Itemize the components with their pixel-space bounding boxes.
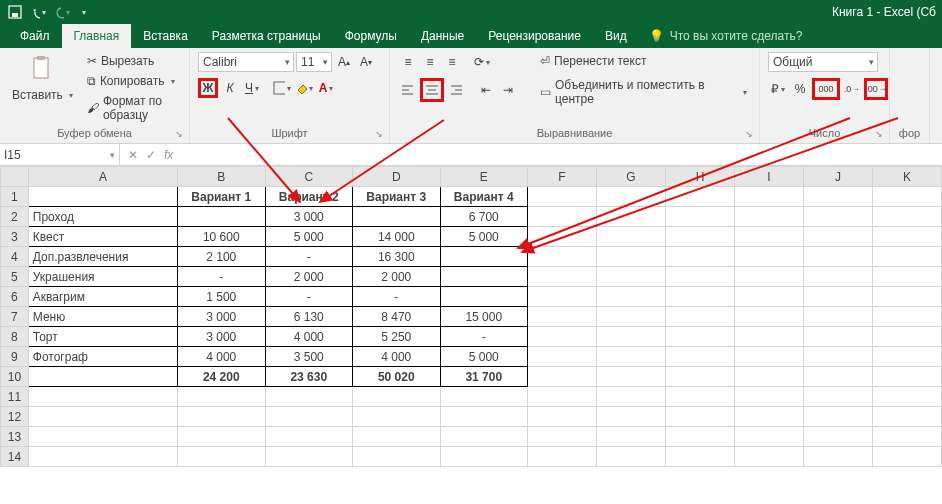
cell[interactable]: - — [178, 267, 266, 287]
cell[interactable]: 2 000 — [265, 267, 353, 287]
tab-file[interactable]: Файл — [8, 24, 62, 48]
paste-icon[interactable] — [26, 52, 58, 84]
cell[interactable] — [803, 307, 872, 327]
save-icon[interactable] — [8, 5, 22, 19]
row-header[interactable]: 13 — [1, 427, 29, 447]
cell[interactable]: Аквагрим — [28, 287, 177, 307]
cell[interactable] — [734, 247, 803, 267]
row-header[interactable]: 4 — [1, 247, 29, 267]
align-bottom-icon[interactable]: ≡ — [442, 52, 462, 72]
tab-data[interactable]: Данные — [409, 24, 476, 48]
cell[interactable] — [596, 407, 665, 427]
cell[interactable] — [803, 187, 872, 207]
decrease-font-icon[interactable]: A▾ — [356, 52, 376, 72]
cell[interactable] — [665, 287, 734, 307]
cell[interactable]: Вариант 3 — [353, 187, 441, 207]
cell[interactable] — [28, 187, 177, 207]
cell[interactable] — [596, 347, 665, 367]
cell[interactable] — [28, 447, 177, 467]
qat-customize-icon[interactable]: ▾ — [82, 8, 86, 17]
cell[interactable] — [872, 407, 941, 427]
cell[interactable] — [353, 207, 441, 227]
row-header[interactable]: 7 — [1, 307, 29, 327]
tab-page-layout[interactable]: Разметка страницы — [200, 24, 333, 48]
cell[interactable] — [734, 387, 803, 407]
cell[interactable]: Доп.развлечения — [28, 247, 177, 267]
cell[interactable]: 16 300 — [353, 247, 441, 267]
cell[interactable]: - — [440, 327, 528, 347]
row-header[interactable]: 8 — [1, 327, 29, 347]
cell[interactable] — [872, 447, 941, 467]
cell[interactable]: 50 020 — [353, 367, 441, 387]
align-top-icon[interactable]: ≡ — [398, 52, 418, 72]
select-all-corner[interactable] — [1, 167, 29, 187]
cell[interactable] — [734, 407, 803, 427]
cell[interactable] — [28, 387, 177, 407]
increase-decimal-button[interactable]: .0→ — [842, 79, 862, 99]
cell[interactable]: 3 000 — [178, 327, 266, 347]
cell[interactable] — [665, 367, 734, 387]
cell[interactable]: Вариант 4 — [440, 187, 528, 207]
cell[interactable]: 3 500 — [265, 347, 353, 367]
number-launcher-icon[interactable]: ↘ — [875, 129, 883, 139]
cell[interactable]: 3 000 — [178, 307, 266, 327]
align-right-icon[interactable] — [446, 80, 466, 100]
paste-button[interactable]: Вставить▾ — [8, 86, 77, 104]
row-header[interactable]: 10 — [1, 367, 29, 387]
cell[interactable]: 4 000 — [178, 347, 266, 367]
formula-input[interactable] — [181, 144, 942, 165]
cell[interactable] — [28, 407, 177, 427]
cell[interactable] — [665, 427, 734, 447]
tab-home[interactable]: Главная — [62, 24, 132, 48]
cell[interactable] — [872, 207, 941, 227]
cell[interactable] — [596, 247, 665, 267]
decrease-indent-icon[interactable]: ⇤ — [476, 80, 496, 100]
cell[interactable] — [440, 247, 528, 267]
cell[interactable] — [528, 307, 597, 327]
thousands-separator-button[interactable]: 000 — [812, 78, 840, 100]
cell[interactable] — [665, 247, 734, 267]
cell[interactable]: Квест — [28, 227, 177, 247]
cell[interactable] — [440, 407, 528, 427]
cell[interactable] — [596, 207, 665, 227]
col-header[interactable]: F — [528, 167, 597, 187]
cell[interactable] — [596, 447, 665, 467]
cell[interactable] — [872, 307, 941, 327]
tab-insert[interactable]: Вставка — [131, 24, 200, 48]
name-box[interactable]: I15 — [0, 144, 120, 165]
bold-button[interactable]: Ж — [198, 78, 218, 98]
cell[interactable] — [440, 267, 528, 287]
decrease-decimal-button[interactable]: .00→ — [864, 78, 888, 100]
cell[interactable] — [528, 267, 597, 287]
cell[interactable]: 31 700 — [440, 367, 528, 387]
row-header[interactable]: 11 — [1, 387, 29, 407]
row-header[interactable]: 5 — [1, 267, 29, 287]
cell[interactable] — [872, 387, 941, 407]
cell[interactable]: 5 000 — [440, 227, 528, 247]
worksheet-grid[interactable]: A B C D E F G H I J K 1 Вариант 1 Вариан… — [0, 166, 942, 467]
cell[interactable] — [803, 267, 872, 287]
cell[interactable] — [353, 427, 441, 447]
cell[interactable] — [872, 267, 941, 287]
cell[interactable] — [665, 387, 734, 407]
cell[interactable] — [734, 267, 803, 287]
font-launcher-icon[interactable]: ↘ — [375, 129, 383, 139]
cell[interactable]: Фотограф — [28, 347, 177, 367]
cell[interactable] — [178, 387, 266, 407]
cell[interactable] — [596, 307, 665, 327]
cell[interactable]: 24 200 — [178, 367, 266, 387]
font-color-button[interactable]: A▾ — [316, 78, 336, 98]
cell[interactable] — [665, 267, 734, 287]
cell[interactable]: 15 000 — [440, 307, 528, 327]
cell[interactable] — [734, 347, 803, 367]
cell[interactable] — [265, 387, 353, 407]
borders-button[interactable]: ▾ — [272, 78, 292, 98]
cell[interactable] — [803, 327, 872, 347]
cell[interactable] — [353, 407, 441, 427]
cell[interactable] — [178, 427, 266, 447]
tell-me-field[interactable]: 💡 Что вы хотите сделать? — [639, 24, 813, 48]
cell[interactable]: Вариант 1 — [178, 187, 266, 207]
cell[interactable]: - — [265, 247, 353, 267]
cell[interactable]: 5 000 — [265, 227, 353, 247]
cell[interactable] — [803, 407, 872, 427]
